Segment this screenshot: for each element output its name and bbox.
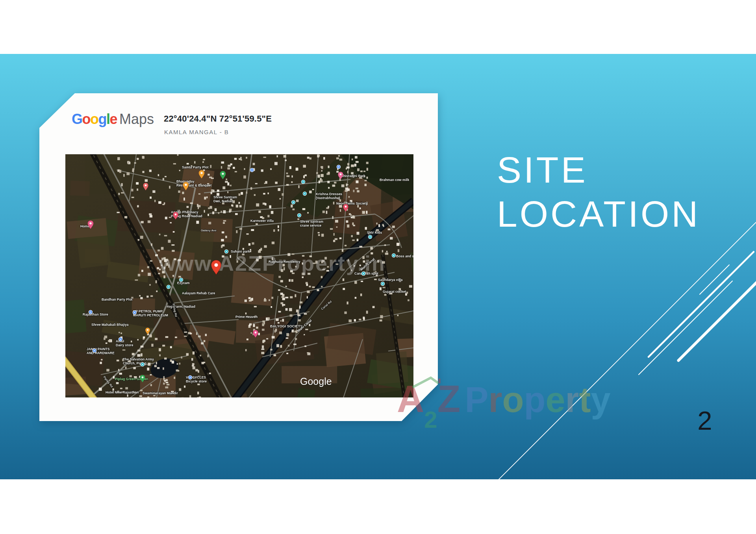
google-maps-logo: GoogleMaps	[72, 111, 154, 127]
slide-title-line1: SITE	[497, 148, 700, 192]
svg-text:Krishna Dresses(Vastrabhusha): Krishna Dresses(Vastrabhusha)	[316, 192, 342, 200]
svg-text:Brahman cow milk: Brahman cow milk	[380, 178, 409, 182]
page-number: 2	[683, 405, 726, 436]
google-logo-letters: Google	[72, 111, 117, 127]
svg-text:Bandhan Party Plot: Bandhan Party Plot	[102, 297, 133, 301]
slide-title: SITE LOCATION	[497, 148, 700, 236]
svg-text:Hotel New Rajasthan: Hotel New Rajasthan	[106, 390, 139, 394]
svg-text:Canal fish spot: Canal fish spot	[354, 272, 378, 275]
svg-text:Shree santramcrane service: Shree santramcrane service	[300, 220, 323, 227]
a2z-roof-icon	[410, 375, 458, 389]
map-card-surface: GoogleMaps 22°40'24.4"N 72°51'59.5"E KAM…	[39, 93, 438, 421]
a2z-property-watermark: A2Z Property	[397, 380, 611, 418]
google-watermark: Google	[300, 376, 332, 387]
svg-text:Aalayam Rehab Care: Aalayam Rehab Care	[182, 291, 215, 295]
svg-text:Galaxy Ave: Galaxy Ave	[201, 229, 217, 232]
map-card: GoogleMaps 22°40'24.4"N 72°51'59.5"E KAM…	[39, 93, 438, 421]
map-image: www.A2ZProperty.in Samta Party PlotBhagy…	[65, 154, 413, 397]
svg-text:SNV Kids: SNV Kids	[367, 231, 382, 235]
svg-text:Ezycam: Ezycam	[177, 281, 190, 285]
svg-text:Karmveer Villa: Karmveer Villa	[250, 219, 274, 223]
svg-text:Samta Party Plot: Samta Party Plot	[182, 165, 209, 169]
svg-text:Shivranjni Park: Shivranjni Park	[341, 174, 365, 178]
coordinates-text: 22°40'24.4"N 72°51'59.5"E	[164, 114, 272, 124]
svg-text:Shree Mahakali Bhajiya: Shree Mahakali Bhajiya	[91, 323, 129, 327]
top-white-band	[0, 0, 756, 54]
svg-text:Boss and sons: Boss and sons	[396, 254, 413, 258]
svg-text:Prime Heaven: Prime Heaven	[235, 315, 258, 319]
svg-text:Raghuva Residency: Raghuva Residency	[269, 260, 300, 264]
svg-text:Swaminarayan Mandir: Swaminarayan Mandir	[143, 391, 178, 395]
location-name: KAMLA MANGAL - B	[164, 129, 229, 135]
svg-text:Rajasthan Store: Rajasthan Store	[83, 312, 108, 316]
bottom-white-band	[0, 479, 756, 534]
svg-text:Yogi Farm, Nadiad: Yogi Farm, Nadiad	[166, 305, 195, 309]
svg-text:Suhani park: Suhani park	[231, 249, 250, 253]
svg-text:Saundarya villa: Saundarya villa	[378, 278, 403, 282]
google-logo-maps-text: Maps	[119, 111, 154, 127]
svg-text:BALYOGI SOCIETY: BALYOGI SOCIETY	[270, 324, 302, 328]
svg-text:Neon Twins Society: Neon Twins Society	[336, 201, 368, 205]
slide: GoogleMaps 22°40'24.4"N 72°51'59.5"E KAM…	[0, 0, 756, 534]
svg-text:Gujarat cricket: Gujarat cricket	[383, 290, 406, 294]
slide-title-line2: LOCATION	[497, 192, 700, 237]
